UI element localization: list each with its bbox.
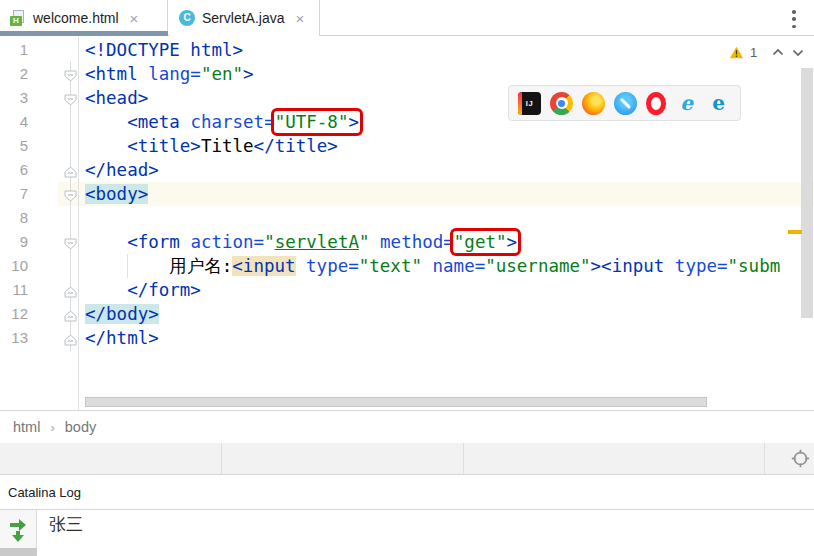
red-annotation-box: "get">	[454, 232, 517, 252]
java-class-icon: C	[179, 10, 195, 26]
code-token-text: Title	[201, 136, 254, 156]
gutter-border	[78, 37, 79, 410]
breadcrumb-body[interactable]: body	[65, 419, 96, 435]
code-token-tag: <title>	[127, 136, 201, 156]
line-number: 8	[0, 206, 28, 230]
tab-label: ServletA.java	[202, 10, 284, 26]
chrome-icon[interactable]	[550, 92, 573, 115]
horizontal-scrollbar[interactable]	[85, 397, 707, 407]
code-line[interactable]: 用户名:<input type="text" name="username"><…	[85, 254, 802, 278]
code-token-tag: <html	[85, 64, 138, 84]
fold-close-icon[interactable]	[64, 332, 77, 344]
next-warning-icon[interactable]	[791, 47, 805, 58]
line-number: 3	[0, 86, 28, 110]
line-number: 7	[0, 182, 28, 206]
editor-tab-bar: H welcome.html × C ServletA.java ×	[0, 0, 814, 36]
fold-open-icon[interactable]	[64, 92, 77, 104]
code-token-text	[85, 112, 127, 132]
code-token-val: "text"	[359, 256, 422, 276]
red-annotation-box: "UTF-8">	[275, 112, 359, 132]
code-token-tag: </body>	[85, 304, 159, 324]
code-token-tag: </title>	[254, 136, 338, 156]
line-number: 1	[0, 38, 28, 62]
code-token-link: servletA	[275, 232, 359, 252]
code-token-text	[85, 136, 127, 156]
firefox-icon[interactable]	[582, 92, 605, 115]
code-token-attr: charset=	[180, 112, 275, 132]
code-token-val: "username"	[485, 256, 590, 276]
previous-warning-icon[interactable]	[771, 47, 785, 58]
tool-window-header	[0, 443, 814, 475]
line-number: 4	[0, 110, 28, 134]
code-token-attr: lang=	[138, 64, 201, 84]
fold-close-icon[interactable]	[64, 308, 77, 320]
code-line[interactable]: <form action="servletA" method="get">	[85, 230, 802, 254]
line-number: 2	[0, 62, 28, 86]
fold-open-icon[interactable]	[64, 68, 77, 80]
code-line[interactable]	[85, 206, 802, 230]
console-tab-bar: Catalina Log	[0, 475, 814, 510]
code-line[interactable]: <body>	[85, 182, 802, 206]
console-arrows-icon[interactable]	[7, 517, 30, 544]
edge-icon[interactable]: e	[707, 92, 730, 115]
code-line[interactable]: <!DOCTYPE html>	[85, 38, 802, 62]
line-number: 6	[0, 158, 28, 182]
line-number: 5	[0, 134, 28, 158]
internet-explorer-icon[interactable]: e	[675, 92, 698, 115]
code-token-tag: <input	[232, 256, 295, 276]
fold-open-icon[interactable]	[64, 236, 77, 248]
warning-count: 1	[750, 45, 757, 60]
code-token-tag: </head>	[85, 160, 159, 180]
close-tab-icon[interactable]: ×	[295, 11, 304, 26]
code-editor[interactable]: 12345678910111213 <!DOCTYPE html><html l…	[0, 37, 814, 410]
breadcrumb: html › body	[0, 410, 814, 443]
code-token-val: "	[264, 232, 275, 252]
code-line[interactable]: </html>	[85, 326, 802, 350]
line-number: 13	[0, 326, 28, 350]
tab-catalina-log[interactable]: Catalina Log	[8, 485, 81, 500]
code-token-tag: </html>	[85, 328, 159, 348]
code-token-val: "	[359, 232, 370, 252]
active-tab-underline	[0, 31, 168, 36]
code-token-val: "subm	[728, 256, 781, 276]
divider	[764, 443, 765, 474]
code-token-tag: </form>	[127, 280, 201, 300]
fold-close-icon[interactable]	[64, 284, 77, 296]
console-scrollbar-corner[interactable]	[0, 548, 37, 556]
breadcrumb-html[interactable]: html	[13, 419, 40, 435]
vertical-scrollbar[interactable]	[801, 68, 813, 318]
code-token-val: "get"	[454, 232, 507, 252]
warning-icon[interactable]	[729, 46, 744, 59]
code-line[interactable]: </head>	[85, 158, 802, 182]
opera-icon[interactable]	[646, 92, 666, 115]
locate-target-icon[interactable]	[791, 449, 810, 468]
editor-gutter: 12345678910111213	[0, 38, 78, 350]
code-token-tag: <body>	[85, 184, 148, 204]
code-token-attr: action=	[180, 232, 264, 252]
error-stripe-warning-mark[interactable]	[788, 230, 802, 234]
code-token-tag: ><input	[591, 256, 665, 276]
console-panel[interactable]: 张三	[0, 510, 814, 556]
code-token-text	[85, 280, 127, 300]
safari-icon[interactable]	[614, 92, 637, 115]
code-token-tag: >	[243, 64, 254, 84]
code-token-tag: <head>	[85, 88, 148, 108]
code-token-val: "en"	[201, 64, 243, 84]
intellij-idea-icon[interactable]: IJ	[518, 92, 541, 115]
code-token-attr: method=	[370, 232, 454, 252]
code-line[interactable]: <html lang="en">	[85, 62, 802, 86]
code-token-attr: name=	[422, 256, 485, 276]
close-tab-icon[interactable]: ×	[130, 11, 139, 26]
code-line[interactable]: </form>	[85, 278, 802, 302]
fold-open-icon[interactable]	[64, 188, 77, 200]
code-line[interactable]: <title>Title</title>	[85, 134, 802, 158]
divider	[463, 443, 464, 474]
divider	[221, 443, 222, 474]
fold-close-icon[interactable]	[64, 164, 77, 176]
editor-options-kebab-icon[interactable]	[787, 9, 801, 29]
code-token-tag: <form	[127, 232, 180, 252]
breadcrumb-separator: ›	[50, 420, 54, 435]
tab-servleta-java[interactable]: C ServletA.java ×	[169, 0, 320, 36]
code-line[interactable]: </body>	[85, 302, 802, 326]
code-token-text	[85, 232, 127, 252]
